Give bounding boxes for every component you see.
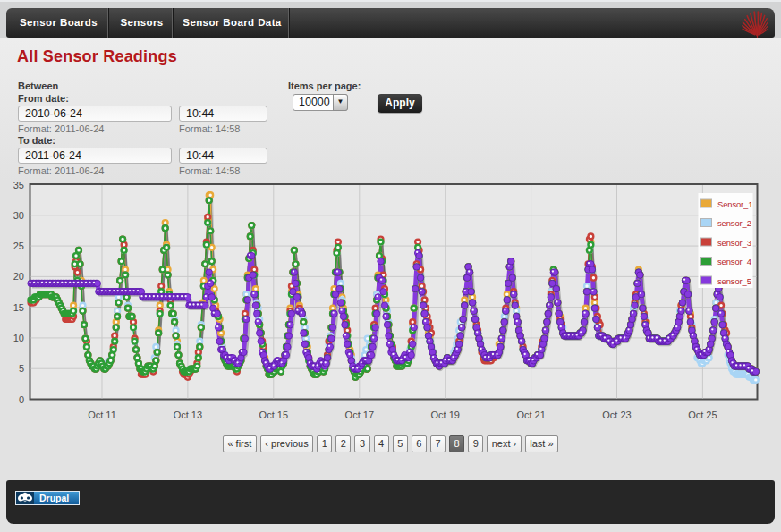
svg-text:Oct 17: Oct 17 — [345, 410, 374, 420]
svg-text:Oct 23: Oct 23 — [602, 410, 631, 420]
svg-text:10: 10 — [13, 333, 24, 343]
svg-text:5: 5 — [19, 363, 24, 374]
svg-text:Oct 25: Oct 25 — [688, 410, 717, 420]
svg-text:sensor_3: sensor_3 — [717, 238, 751, 248]
svg-text:Oct 13: Oct 13 — [174, 410, 202, 420]
svg-text:25: 25 — [13, 241, 24, 251]
svg-text:Sensor_1: Sensor_1 — [717, 199, 752, 209]
svg-text:Drupal: Drupal — [39, 493, 69, 503]
svg-text:Oct 11: Oct 11 — [88, 410, 116, 420]
svg-text:Oct 21: Oct 21 — [516, 410, 545, 420]
svg-text:15: 15 — [13, 302, 24, 313]
svg-text:Oct 15: Oct 15 — [259, 410, 288, 420]
svg-text:sensor_5: sensor_5 — [717, 276, 751, 286]
svg-text:35: 35 — [13, 180, 24, 190]
svg-text:20: 20 — [13, 271, 24, 282]
svg-text:Oct 19: Oct 19 — [430, 410, 459, 420]
svg-text:30: 30 — [13, 210, 24, 221]
svg-text:sensor_4: sensor_4 — [717, 257, 751, 266]
svg-text:0: 0 — [19, 394, 24, 405]
svg-text:sensor_2: sensor_2 — [717, 218, 751, 228]
